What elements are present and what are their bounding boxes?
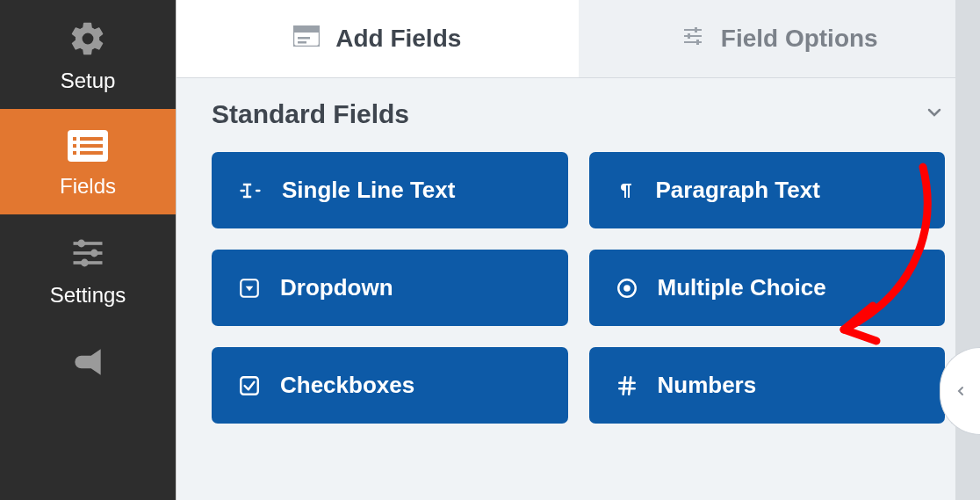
megaphone-icon bbox=[68, 343, 107, 385]
tab-label: Add Fields bbox=[335, 25, 461, 53]
sidebar: Setup Fields Settings bbox=[0, 0, 176, 500]
svg-rect-22 bbox=[696, 40, 699, 45]
svg-rect-16 bbox=[298, 41, 306, 44]
sidebar-item-settings[interactable]: Settings bbox=[0, 214, 176, 323]
form-icon bbox=[293, 25, 320, 53]
gear-icon bbox=[68, 19, 107, 62]
svg-rect-20 bbox=[695, 27, 697, 33]
sidebar-item-label: Settings bbox=[50, 283, 126, 308]
checkbox-icon bbox=[238, 374, 261, 397]
field-label: Multiple Choice bbox=[658, 274, 826, 301]
field-multiple-choice[interactable]: Multiple Choice bbox=[589, 250, 946, 326]
svg-rect-3 bbox=[73, 144, 76, 148]
sidebar-item-setup[interactable]: Setup bbox=[0, 0, 176, 109]
fields-section: Standard Fields Single Line Text Paragra… bbox=[177, 78, 980, 445]
svg-rect-15 bbox=[298, 37, 310, 40]
svg-rect-2 bbox=[80, 137, 103, 141]
sliders-icon bbox=[681, 25, 705, 53]
svg-rect-21 bbox=[688, 33, 690, 39]
svg-rect-18 bbox=[684, 35, 702, 37]
tab-add-fields[interactable]: Add Fields bbox=[177, 0, 579, 77]
field-label: Numbers bbox=[658, 372, 757, 399]
field-single-line-text[interactable]: Single Line Text bbox=[212, 152, 568, 228]
svg-rect-1 bbox=[73, 137, 76, 141]
svg-rect-5 bbox=[73, 151, 76, 155]
field-label: Single Line Text bbox=[282, 177, 455, 204]
dropdown-icon bbox=[238, 277, 261, 300]
field-label: Paragraph Text bbox=[656, 177, 820, 204]
tab-field-options[interactable]: Field Options bbox=[579, 0, 981, 77]
main-panel: Add Fields Field Options Standard Fields… bbox=[176, 0, 980, 500]
svg-line-31 bbox=[629, 377, 631, 395]
field-dropdown[interactable]: Dropdown bbox=[212, 250, 568, 326]
field-label: Checkboxes bbox=[280, 372, 414, 399]
chevron-left-icon bbox=[954, 380, 968, 402]
sidebar-item-marketing[interactable] bbox=[0, 323, 176, 408]
list-icon bbox=[66, 128, 110, 167]
hash-icon bbox=[616, 374, 638, 397]
svg-point-11 bbox=[90, 250, 98, 257]
chevron-down-icon bbox=[924, 102, 945, 127]
svg-point-12 bbox=[81, 259, 89, 267]
svg-rect-17 bbox=[684, 29, 702, 31]
text-cursor-icon bbox=[238, 178, 263, 203]
sidebar-item-fields[interactable]: Fields bbox=[0, 109, 176, 214]
svg-line-30 bbox=[623, 377, 624, 395]
svg-rect-4 bbox=[80, 144, 103, 148]
field-checkboxes[interactable]: Checkboxes bbox=[212, 347, 568, 424]
svg-point-26 bbox=[623, 285, 631, 292]
field-numbers[interactable]: Numbers bbox=[589, 347, 946, 424]
sidebar-item-label: Setup bbox=[61, 69, 116, 93]
sliders-icon bbox=[68, 234, 107, 276]
field-paragraph-text[interactable]: Paragraph Text bbox=[589, 152, 946, 228]
section-title: Standard Fields bbox=[212, 99, 409, 129]
svg-rect-14 bbox=[293, 25, 320, 33]
svg-rect-27 bbox=[241, 377, 258, 395]
radio-icon bbox=[616, 277, 638, 300]
pilcrow-icon bbox=[616, 178, 637, 203]
tabs: Add Fields Field Options bbox=[177, 0, 980, 78]
svg-point-10 bbox=[77, 240, 85, 248]
fields-grid: Single Line Text Paragraph Text Dropdown… bbox=[212, 152, 945, 424]
section-header[interactable]: Standard Fields bbox=[212, 99, 945, 129]
tab-label: Field Options bbox=[721, 25, 878, 53]
svg-marker-24 bbox=[246, 286, 254, 290]
svg-rect-6 bbox=[80, 151, 103, 155]
field-label: Dropdown bbox=[280, 274, 393, 301]
sidebar-item-label: Fields bbox=[60, 174, 116, 199]
